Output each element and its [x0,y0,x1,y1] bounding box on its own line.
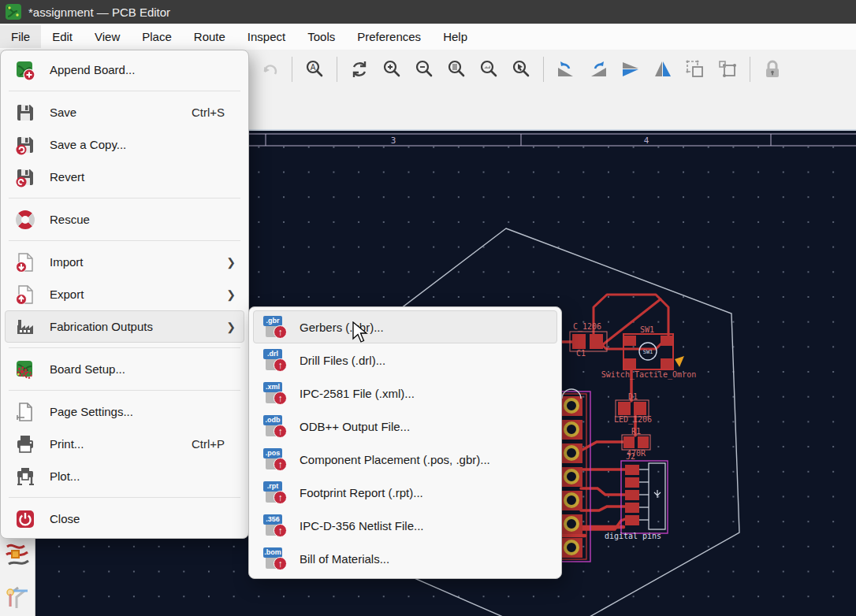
flip-horizontal-icon[interactable] [618,57,643,82]
export-icon [15,284,35,305]
menu-item-import[interactable]: Import ❯ [5,246,244,278]
menu-item-component-placement[interactable]: .pos↑ Component Placement (.pos, .gbr)..… [253,443,557,476]
mouse-cursor [352,321,371,348]
svg-text:A: A [311,63,316,72]
menu-tools[interactable]: Tools [296,25,346,48]
zoom-to-text-icon[interactable]: A [302,57,327,82]
board-setup-icon [15,359,35,380]
submenu-arrow-icon: ❯ [226,288,236,301]
svg-text:digital pins: digital pins [605,532,661,540]
odb-file-icon: .odb↑ [263,414,287,438]
capacitor-c1[interactable]: C_1206 C1 [570,322,607,358]
fabrication-outputs-submenu: .gbr↑ Gerbers (.gbr)... .drl↑ Drill File… [248,306,562,579]
export-up-arrow-icon: ↑ [274,325,287,339]
rotate-ccw-icon[interactable] [553,57,579,82]
svg-text:LED_1206: LED_1206 [614,415,652,425]
menu-item-gerbers[interactable]: .gbr↑ Gerbers (.gbr)... [253,310,557,343]
bom-file-icon: .bom↑ [263,547,287,570]
menu-item-export[interactable]: Export ❯ [5,278,244,310]
menu-separator [2,86,247,96]
drill-file-icon: .drl↑ [263,348,287,372]
zoom-fit-objects-icon[interactable] [476,57,501,82]
menu-item-board-setup[interactable]: Board Setup... [5,353,244,385]
menu-preferences[interactable]: Preferences [346,25,432,48]
svg-text:SW1: SW1 [640,325,654,334]
ruler-label-4: 4 [644,135,649,146]
zoom-in-icon[interactable] [379,57,404,82]
svg-text:Switch_Tactile_Omron: Switch_Tactile_Omron [601,370,696,380]
menu-item-save[interactable]: Save Ctrl+S [5,96,244,128]
menu-item-page-settings[interactable]: Page Settings... [5,395,244,428]
menu-separator [2,236,247,246]
svg-text:R1: R1 [631,427,641,436]
fabrication-outputs-icon [15,317,35,337]
menu-item-revert[interactable]: Revert [5,161,244,193]
menu-place[interactable]: Place [131,25,183,48]
svg-text:C_1206: C_1206 [573,322,601,332]
print-icon [15,434,35,455]
menu-separator [2,193,247,203]
route-tracks-icon[interactable] [4,540,31,572]
plot-icon [15,466,35,487]
menu-item-close[interactable]: Close [5,503,244,535]
file-menu-popup: Append Board... Save Ctrl+S Save a Copy.… [0,50,249,539]
import-icon [15,252,35,273]
menu-item-drill-files[interactable]: .drl↑ Drill Files (.drl)... [253,343,557,377]
menu-view[interactable]: View [84,25,131,48]
window-title: *assignment — PCB Editor [28,6,170,19]
menu-route[interactable]: Route [183,25,236,48]
app-icon [5,3,22,20]
menu-item-rescue[interactable]: Rescue [5,203,244,236]
revert-icon [15,167,35,187]
menu-edit[interactable]: Edit [41,25,84,48]
close-icon [15,509,35,529]
pos-file-icon: .pos↑ [263,447,287,471]
submenu-arrow-icon: ❯ [226,321,236,333]
menubar: File Edit View Place Route Inspect Tools… [0,24,856,50]
export-up-arrow-icon: ↑ [274,391,287,405]
redo-icon[interactable] [257,57,282,82]
menu-item-print[interactable]: Print... Ctrl+P [5,428,244,460]
menu-item-footprint-report[interactable]: .rpt↑ Footprint Report (.rpt)... [253,476,557,509]
zoom-fit-page-icon[interactable] [444,57,469,82]
export-up-arrow-icon: ↑ [274,358,287,372]
menu-item-append-board[interactable]: Append Board... [5,54,244,86]
menu-item-save-a-copy[interactable]: Save a Copy... [5,128,244,161]
menu-item-ipc-d-356[interactable]: .356↑ IPC-D-356 Netlist File... [253,509,557,542]
menu-help[interactable]: Help [432,25,478,48]
menu-separator [2,385,247,395]
sheet-frame [249,134,856,146]
svg-text:J2: J2 [626,452,635,461]
flip-vertical-icon[interactable] [650,57,675,82]
zoom-selection-icon[interactable] [508,57,534,82]
menu-separator [2,492,247,503]
export-up-arrow-icon: ↑ [274,557,287,570]
menu-separator [2,343,247,353]
gerber-file-icon: .gbr↑ [263,315,287,339]
svg-text:D1: D1 [628,392,638,401]
group-icon[interactable] [683,57,708,82]
menu-item-bill-of-materials[interactable]: .bom↑ Bill of Materials... [253,542,557,575]
menu-item-fabrication-outputs[interactable]: Fabrication Outputs ❯ [5,310,244,343]
svg-text:C1: C1 [576,349,586,358]
lock-icon[interactable] [760,57,785,82]
netlist-file-icon: .356↑ [263,514,287,537]
ungroup-icon[interactable] [715,57,740,82]
menu-inspect[interactable]: Inspect [236,25,296,48]
pcb-editor-window: *assignment — PCB Editor File Edit View … [0,0,856,616]
rescue-icon [15,210,35,230]
zoom-out-icon[interactable] [411,57,437,82]
titlebar: *assignment — PCB Editor [0,0,856,24]
menu-item-plot[interactable]: Plot... [5,460,244,492]
export-up-arrow-icon: ↑ [274,425,287,438]
led-d1[interactable]: D1 LED_1206 [614,392,652,425]
ratsnest-arrow-icon [675,356,684,367]
menu-file[interactable]: File [0,25,41,48]
rotate-cw-icon[interactable] [586,57,611,82]
export-up-arrow-icon: ↑ [274,458,287,471]
refresh-view-icon[interactable] [347,57,372,82]
menu-item-ipc-2581[interactable]: .xml↑ IPC-2581 File (.xml)... [253,377,557,410]
menu-item-odbpp[interactable]: .odb↑ ODB++ Output File... [253,410,557,443]
tune-length-icon[interactable] [4,583,31,614]
rpt-file-icon: .rpt↑ [263,481,287,504]
